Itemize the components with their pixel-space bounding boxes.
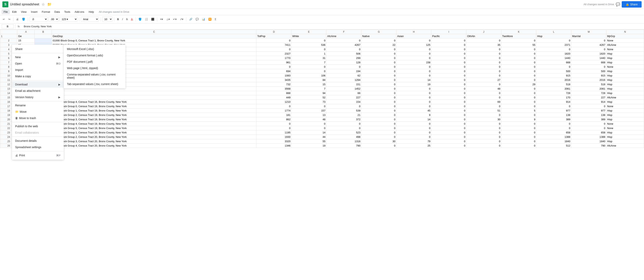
menu-help[interactable]: Help [86,10,96,14]
menu-format[interactable]: Format [40,10,52,14]
download-arrow: ▶ [58,83,60,86]
rename-label: Rename [15,104,26,107]
menu-item-download[interactable]: Download ▶ [12,81,64,88]
html-label: Web page (.html, zipped) [67,66,98,70]
menu-item-move-trash[interactable]: 🗑 Move to trash [12,115,64,121]
download-html[interactable]: Web page (.html, zipped) [64,65,126,71]
formula-button[interactable]: Σ [214,17,218,22]
menu-edit[interactable]: Edit [10,10,18,14]
menu-view[interactable]: View [19,10,28,14]
app-icon-letter: S [4,2,6,6]
zoom-selector[interactable]: .0 [30,17,48,22]
borders-button[interactable]: ⬜ [144,17,149,22]
menu-addons[interactable]: Add-ons [73,10,86,14]
link-button[interactable]: 🔗 [188,17,194,22]
print-icon: 🖨 [15,154,18,157]
menu-item-new[interactable]: New ▶ [12,54,64,60]
move-content: 📁 Move [15,110,26,113]
text-wrap-button[interactable]: ↵▾ [172,17,178,22]
menu-item-make-copy[interactable]: Make a copy [12,73,64,80]
star-icon[interactable]: ☆ [42,2,45,6]
strikethrough-button[interactable]: S [125,17,129,22]
email-attachment-label: Email as attachment [15,89,40,92]
comment-button[interactable]: 💬 [194,17,200,22]
menu-file[interactable]: File [2,10,10,14]
pdf-label: PDF document (.pdf) [67,60,93,63]
align-button[interactable]: ≡▾ [159,17,164,22]
font-size-selector[interactable]: 10 [102,17,112,22]
publish-label: Publish to the web [15,125,38,128]
move-trash-label: Move to trash [19,116,36,120]
new-label: New [15,56,21,59]
fill-color-button[interactable]: 🪣 [137,17,143,22]
import-label: Import [15,68,23,72]
menu-item-rename[interactable]: Rename [12,102,64,108]
paint-format-button[interactable]: 🪣 [21,17,26,22]
divider-2 [12,80,64,80]
menu-item-publish[interactable]: Publish to the web [12,123,64,130]
trash-content: 🗑 Move to trash [15,116,36,120]
fx-icon: fx [17,25,20,28]
print-content: 🖨 Print [15,154,25,157]
download-pdf[interactable]: PDF document (.pdf) [64,58,126,65]
new-arrow: ▶ [58,56,60,59]
toolbar: ↩ ↪ 🖨 🪣 .0 .00 123 ▾ Arial 10 B I S A 🪣 … [0,15,644,24]
menu-item-doc-details[interactable]: Document details [12,138,64,144]
redo-button[interactable]: ↪ [7,17,12,22]
bold-button[interactable]: B [116,17,120,22]
cell-reference[interactable] [2,24,14,28]
decimal-selector[interactable]: .00 [48,17,59,22]
doc-details-label: Document details [15,139,37,142]
file-menu-dropdown: Share New ▶ Open ⌘O Import Make a copy D… [12,44,64,160]
download-xlsx[interactable]: Microsoft Excel (.xlsx) [64,46,126,52]
trash-icon: 🗑 [15,116,18,120]
text-color-button[interactable]: A [130,17,134,22]
version-history-label: Version history [15,96,34,99]
menu-bar: File Edit View Insert Format Data Tools … [0,9,644,15]
valign-button[interactable]: ⊥▾ [165,17,171,22]
font-family-selector[interactable]: Arial [81,17,99,22]
italic-button[interactable]: I [121,17,124,22]
download-tsv[interactable]: Tab-separated values (.tsv, current shee… [64,81,126,87]
menu-item-move[interactable]: 📁 Move [12,108,64,115]
ods-label: OpenDocument format (.ods) [67,54,103,57]
download-csv[interactable]: Comma-separated values (.csv, current sh… [64,71,126,81]
menu-item-open[interactable]: Open ⌘O [12,60,64,67]
filter-button[interactable]: 🔽 [207,17,213,22]
format-selector[interactable]: 123 ▾ [60,17,78,22]
download-submenu: Microsoft Excel (.xlsx) OpenDocument for… [64,44,126,88]
divider-5 [12,136,64,137]
formula-input[interactable] [22,24,642,28]
menu-insert[interactable]: Insert [29,10,40,14]
folder-icon[interactable]: 📁 [47,2,52,6]
menu-item-version-history[interactable]: Version history ▶ [12,94,64,100]
document-title[interactable]: Untitled spreadsheet [10,2,39,6]
menu-tools[interactable]: Tools [62,10,72,14]
toolbar-separator-3 [79,17,79,21]
menu-item-ss-settings[interactable]: Spreadsheet settings [12,144,64,150]
email-collab-label: Email collaborators [15,131,39,134]
menu-item-share[interactable]: Share [12,46,64,52]
menu-item-import[interactable]: Import [12,67,64,73]
print-shortcut: ⌘P [56,154,60,157]
menu-data[interactable]: Data [52,10,62,14]
share-button[interactable]: 🔒 Share [622,1,642,8]
open-shortcut: ⌘O [56,62,60,65]
text-rotate-button[interactable]: ↗▾ [178,17,184,22]
saved-in-drive: All changes saved in Drive [99,10,129,13]
menu-overlay[interactable]: Share New ▶ Open ⌘O Import Make a copy D… [0,30,644,280]
download-ods[interactable]: OpenDocument format (.ods) [64,52,126,58]
merge-button[interactable]: ⬛ [150,17,156,22]
share-label: Share [15,48,22,50]
menu-item-email-attachment[interactable]: Email as attachment [12,88,64,94]
print-label: Print [19,154,25,157]
chart-button[interactable]: 📊 [201,17,206,22]
undo-button[interactable]: ↩ [2,17,6,22]
print-button[interactable]: 🖨 [15,17,20,22]
formula-bar: fx [0,24,644,30]
menu-item-print[interactable]: 🖨 Print ⌘P [12,152,64,158]
chat-icon[interactable]: 💬 [616,2,620,6]
tsv-label: Tab-separated values (.tsv, current shee… [67,82,118,86]
title-bar: S Untitled spreadsheet ☆ 📁 All changes s… [0,0,644,9]
toolbar-separator-8 [186,17,186,21]
